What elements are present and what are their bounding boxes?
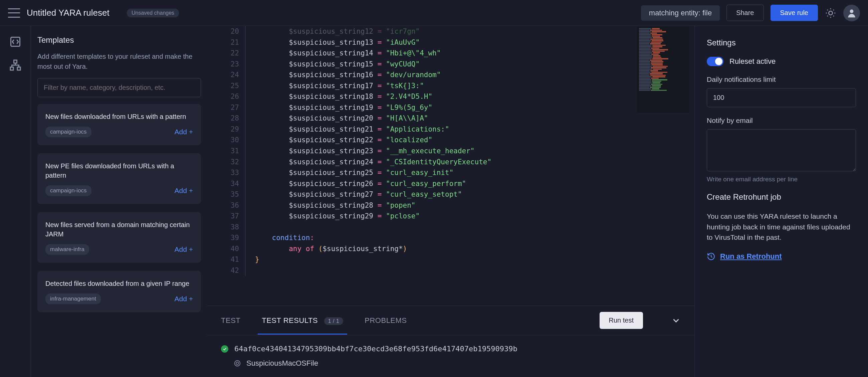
result-hash: 64af0ce43404134795309bb4bf7ce30ecd3e68fe…	[235, 345, 518, 353]
template-add-link[interactable]: Add +	[175, 295, 193, 303]
ruleset-active-label: Ruleset active	[730, 57, 776, 66]
line-gutter: 2021222324252627282930313233343536373839…	[208, 26, 245, 276]
template-tag: infra-management	[45, 293, 101, 304]
results-body: 64af0ce43404134795309bb4bf7ce30ecd3e68fe…	[208, 335, 694, 377]
tab-test-results[interactable]: TEST RESULTS 1 / 1	[262, 307, 343, 334]
template-add-link[interactable]: Add +	[175, 187, 193, 195]
template-tag: malware-infra	[45, 244, 89, 255]
template-card[interactable]: Detected files downloaded from a given I…	[37, 271, 201, 312]
svg-rect-3	[14, 60, 17, 63]
history-icon	[707, 252, 715, 261]
templates-sidebar: Templates Add different templates to you…	[31, 26, 208, 377]
template-add-link[interactable]: Add +	[175, 245, 193, 253]
settings-panel: Settings Ruleset active Daily notificati…	[694, 26, 868, 377]
template-tag: campaign-iocs	[45, 127, 91, 137]
code-editor[interactable]: 2021222324252627282930313233343536373839…	[208, 26, 694, 306]
svg-rect-5	[18, 67, 20, 70]
minimap[interactable]	[637, 26, 689, 113]
ruleset-active-toggle[interactable]	[707, 57, 723, 66]
editor-nav-icon[interactable]	[9, 35, 22, 48]
template-tag: campaign-iocs	[45, 185, 91, 196]
result-hash-row[interactable]: 64af0ce43404134795309bb4bf7ce30ecd3e68fe…	[221, 345, 681, 353]
run-retrohunt-label: Run as Retrohunt	[720, 252, 782, 261]
matching-entity-badge: matching entity: file	[641, 5, 720, 21]
header: Unsaved changes matching entity: file Sh…	[0, 0, 868, 26]
menu-icon[interactable]	[8, 8, 20, 18]
template-title: New PE files downloaded from URLs with a…	[45, 161, 193, 180]
structure-nav-icon[interactable]	[9, 59, 22, 71]
tab-test-results-label: TEST RESULTS	[262, 316, 318, 324]
editor-area: 2021222324252627282930313233343536373839…	[208, 26, 694, 377]
notify-email-textarea[interactable]	[707, 129, 856, 171]
code-content[interactable]: $suspicious_string12 = "icr7gn" $suspici…	[246, 26, 694, 276]
target-icon	[234, 359, 241, 367]
theme-toggle-icon[interactable]	[825, 7, 837, 19]
template-card[interactable]: New PE files downloaded from URLs with a…	[37, 153, 201, 204]
rule-match-name: SuspiciousMacOSFile	[246, 359, 318, 368]
bottom-panel: TEST TEST RESULTS 1 / 1 PROBLEMS Run tes…	[208, 306, 694, 377]
notify-email-help: Write one email address per line	[707, 176, 856, 183]
avatar[interactable]	[843, 5, 860, 21]
svg-point-7	[236, 362, 238, 364]
tab-test[interactable]: TEST	[221, 307, 240, 334]
svg-point-6	[235, 360, 240, 366]
templates-heading: Templates	[37, 35, 201, 45]
template-card[interactable]: New files downloaded from URLs with a pa…	[37, 104, 201, 145]
chevron-down-icon[interactable]	[671, 316, 681, 325]
share-button[interactable]: Share	[726, 5, 764, 21]
svg-rect-4	[10, 67, 13, 70]
template-filter-input[interactable]	[37, 78, 201, 97]
retrohunt-description: You can use this YARA ruleset to launch …	[707, 211, 856, 243]
results-count-badge: 1 / 1	[324, 317, 344, 325]
template-title: Detected files downloaded from a given I…	[45, 279, 193, 288]
daily-limit-label: Daily notifications limit	[707, 75, 856, 84]
ruleset-title-input[interactable]	[27, 8, 120, 18]
notify-email-label: Notify by email	[707, 117, 856, 125]
check-icon	[221, 345, 228, 353]
rule-match-row[interactable]: SuspiciousMacOSFile	[221, 359, 681, 368]
unsaved-badge: Unsaved changes	[127, 9, 179, 18]
bottom-tabs: TEST TEST RESULTS 1 / 1 PROBLEMS Run tes…	[208, 306, 694, 335]
ruleset-active-row: Ruleset active	[707, 57, 856, 66]
daily-limit-input[interactable]	[707, 88, 856, 107]
run-retrohunt-link[interactable]: Run as Retrohunt	[707, 252, 856, 261]
template-title: New files served from a domain matching …	[45, 220, 193, 239]
retrohunt-heading: Create Retrohunt job	[707, 192, 856, 202]
template-title: New files downloaded from URLs with a pa…	[45, 112, 193, 121]
run-test-button[interactable]: Run test	[599, 312, 643, 329]
svg-point-1	[850, 9, 854, 13]
svg-point-0	[829, 11, 832, 15]
template-add-link[interactable]: Add +	[175, 128, 193, 136]
save-rule-button[interactable]: Save rule	[771, 5, 818, 21]
settings-heading: Settings	[707, 38, 856, 48]
tab-problems[interactable]: PROBLEMS	[365, 307, 407, 334]
templates-description: Add different templates to your ruleset …	[37, 52, 201, 71]
leftbar	[0, 26, 31, 377]
template-card[interactable]: New files served from a domain matching …	[37, 212, 201, 263]
